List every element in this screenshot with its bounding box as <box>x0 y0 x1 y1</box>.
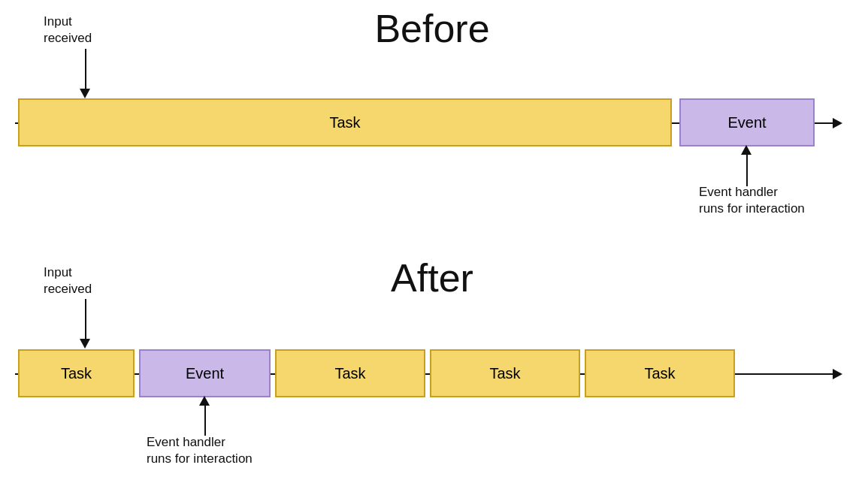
after-title: After <box>225 255 639 300</box>
after-input-arrow-head <box>80 339 90 349</box>
before-arrow-right <box>833 118 842 128</box>
after-input-label: Inputreceived <box>44 264 92 297</box>
before-task-label: Task <box>329 114 360 131</box>
after-task1-label: Task <box>61 365 92 382</box>
before-event-box: Event <box>679 98 815 146</box>
after-task2-label: Task <box>334 365 365 382</box>
after-task3-box: Task <box>430 349 580 397</box>
after-event-box: Event <box>139 349 271 397</box>
after-task2-box: Task <box>275 349 425 397</box>
diagram-container: Before Inputreceived Task Event Event ha… <box>0 0 868 486</box>
before-event-label: Event <box>727 114 766 131</box>
before-title: Before <box>225 6 639 51</box>
after-task4-label: Task <box>644 365 675 382</box>
before-input-arrow-head <box>80 89 90 98</box>
after-handler-arrow-head <box>199 396 210 406</box>
before-handler-label: Event handlerruns for interaction <box>699 184 805 217</box>
before-task-box: Task <box>18 98 672 146</box>
after-event-label: Event <box>186 365 224 382</box>
before-handler-arrow-head <box>741 145 752 155</box>
after-task1-box: Task <box>18 349 135 397</box>
after-handler-label: Event handlerruns for interaction <box>147 434 253 467</box>
after-arrow-right <box>833 369 842 379</box>
before-input-label: Inputreceived <box>44 14 92 47</box>
after-task4-box: Task <box>585 349 735 397</box>
after-input-arrow-line <box>85 299 86 340</box>
before-input-arrow-line <box>85 49 86 90</box>
after-task3-label: Task <box>489 365 520 382</box>
